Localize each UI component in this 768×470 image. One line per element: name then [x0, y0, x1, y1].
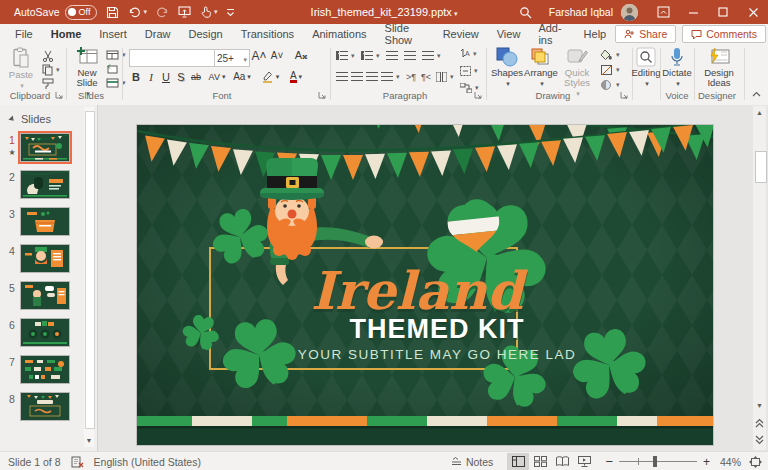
dictate-button[interactable]: Dictate — [660, 47, 694, 89]
bold-button[interactable]: B — [129, 69, 143, 84]
shadow-button[interactable]: S — [174, 69, 188, 84]
user-name[interactable]: Farshad Iqbal — [549, 6, 613, 18]
change-case-button[interactable]: Aa — [232, 69, 252, 84]
tab-add-ins[interactable]: Add-ins — [529, 24, 574, 44]
touch-mouse-mode-icon[interactable] — [200, 6, 218, 18]
arrange-button[interactable]: Arrange — [524, 47, 558, 89]
cut-icon[interactable] — [42, 50, 54, 62]
zoom-in-button[interactable]: + — [703, 455, 710, 469]
shape-fill-icon[interactable] — [600, 49, 620, 61]
redo-icon[interactable] — [156, 6, 169, 18]
slide-thumb-3[interactable]: 3 — [4, 207, 70, 236]
bullets-icon[interactable] — [336, 51, 355, 60]
shape-outline-icon[interactable] — [600, 64, 620, 76]
slide-thumb-4[interactable]: 4 — [4, 244, 70, 273]
search-icon[interactable] — [511, 0, 541, 24]
slide-sorter-view-button[interactable] — [529, 453, 551, 470]
design-ideas-button[interactable]: Design Ideas — [698, 47, 740, 88]
start-presentation-icon[interactable] — [178, 6, 191, 18]
highlight-color-button[interactable] — [260, 69, 280, 84]
slides-panel-header[interactable]: Slides — [8, 113, 51, 125]
language-indicator[interactable]: English (United States) — [94, 456, 201, 468]
scrollbar-thumb[interactable] — [755, 151, 767, 183]
clear-formatting-button[interactable]: A𝄪 — [292, 48, 310, 63]
increase-indent-icon[interactable] — [404, 51, 416, 60]
tab-help[interactable]: Help — [575, 24, 616, 44]
quick-access-customize-icon[interactable] — [226, 8, 235, 17]
undo-icon[interactable] — [128, 6, 147, 18]
slide-thumb-2[interactable]: 2 — [4, 170, 70, 199]
tab-home[interactable]: Home — [42, 22, 91, 46]
decrease-indent-icon[interactable] — [386, 51, 398, 60]
tab-transitions[interactable]: Transitions — [232, 24, 303, 44]
zoom-out-button[interactable]: − — [605, 454, 613, 469]
tab-slide-show[interactable]: Slide Show — [376, 24, 434, 44]
autosave-toggle[interactable]: AutoSave Off — [14, 5, 97, 20]
collapse-ribbon-icon[interactable] — [752, 90, 761, 99]
slide-canvas[interactable]: Ireland Ireland THEMED KIT THEMED KIT YO… — [137, 125, 713, 445]
zoom-slider-thumb[interactable] — [653, 456, 657, 467]
line-spacing-icon[interactable] — [422, 51, 441, 60]
align-center-icon[interactable] — [351, 72, 363, 81]
reading-view-button[interactable] — [551, 453, 573, 470]
shapes-button[interactable]: Shapes — [490, 47, 524, 89]
tab-view[interactable]: View — [488, 24, 530, 44]
maximize-button[interactable] — [708, 0, 738, 24]
avatar[interactable] — [621, 4, 638, 21]
thumbnail-scrollbar[interactable]: ▼ — [84, 107, 94, 447]
columns-icon[interactable] — [436, 72, 454, 82]
slide-thumb-5[interactable]: 5 — [4, 281, 70, 310]
share-button[interactable]: Share — [615, 25, 676, 43]
tab-draw[interactable]: Draw — [136, 24, 180, 44]
font-size-combo[interactable]: 25+ — [214, 49, 250, 67]
save-icon[interactable] — [106, 6, 119, 19]
zoom-level[interactable]: 44% — [720, 456, 741, 468]
slide-thumb-6[interactable]: 6 — [4, 318, 70, 347]
align-left-icon[interactable] — [336, 72, 348, 81]
font-name-combo[interactable] — [129, 49, 215, 67]
decrease-font-size-button[interactable]: A˅ — [269, 48, 285, 63]
document-title[interactable]: Irish_themed_kit_23199.pptx — [311, 6, 458, 18]
spell-check-icon[interactable] — [71, 456, 84, 468]
editing-button[interactable]: Editing — [628, 47, 664, 89]
notes-button[interactable]: Notes — [451, 456, 493, 468]
strikethrough-button[interactable]: ab — [189, 69, 203, 84]
thumbnail-scroll-down-icon[interactable]: ▼ — [84, 434, 94, 447]
slide-show-button[interactable] — [573, 453, 595, 470]
paragraph-dialog-launcher[interactable] — [474, 91, 482, 99]
paste-button[interactable]: Paste — [6, 47, 36, 91]
justify-icon[interactable] — [381, 72, 400, 81]
close-button[interactable] — [738, 0, 768, 24]
font-dialog-launcher[interactable] — [318, 91, 326, 99]
normal-view-button[interactable] — [507, 453, 529, 470]
fit-slide-to-window-icon[interactable] — [749, 456, 762, 468]
ribbon-display-options-icon[interactable] — [648, 0, 678, 24]
underline-button[interactable]: U — [159, 69, 173, 84]
ltr-direction-icon[interactable]: >¶ — [406, 72, 416, 82]
thumbnail-scrollbar-thumb[interactable] — [85, 111, 95, 429]
tab-design[interactable]: Design — [179, 24, 231, 44]
slide-thumb-8[interactable]: 8 — [4, 392, 70, 421]
minimize-button[interactable] — [678, 0, 708, 24]
drawing-dialog-launcher[interactable] — [620, 91, 628, 99]
italic-button[interactable]: I — [144, 69, 158, 84]
tab-file[interactable]: File — [6, 24, 42, 44]
align-text-icon[interactable] — [460, 66, 478, 76]
slide-thumb-7[interactable]: 7 — [4, 355, 70, 384]
rtl-direction-icon[interactable]: ¶< — [421, 72, 431, 82]
reset-slide-icon[interactable] — [106, 64, 119, 75]
scroll-up-icon[interactable]: ▲ — [753, 106, 766, 119]
tab-animations[interactable]: Animations — [303, 24, 375, 44]
slide-indicator[interactable]: Slide 1 of 8 — [8, 456, 61, 468]
vertical-scrollbar[interactable]: ▲ ▼ — [753, 106, 766, 450]
previous-slide-button[interactable] — [753, 416, 766, 429]
scroll-down-icon[interactable]: ▼ — [753, 399, 766, 412]
copy-icon[interactable] — [42, 64, 60, 76]
align-right-icon[interactable] — [366, 72, 378, 81]
font-color-button[interactable]: A — [286, 69, 306, 84]
character-spacing-button[interactable]: AV — [206, 69, 228, 84]
tab-insert[interactable]: Insert — [90, 24, 136, 44]
numbering-icon[interactable] — [361, 51, 380, 60]
format-painter-icon[interactable] — [42, 78, 54, 90]
slide-thumb-1[interactable]: 1 — [4, 133, 70, 162]
